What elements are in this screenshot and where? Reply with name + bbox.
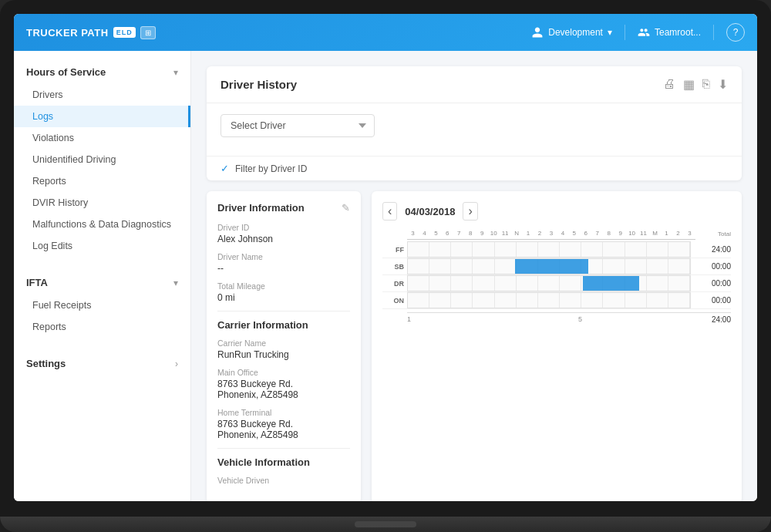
sidebar-section-title-ifta: IFTA [26,277,48,288]
sidebar-section-hours: Hours of Service ▾ Drivers Logs Violatio… [14,51,190,261]
edit-pencil-icon[interactable]: ✎ [342,202,350,214]
sidebar-item-fuel[interactable]: Fuel Receipts [14,295,190,316]
hos-sb-total: 00:00 [691,262,731,271]
user-chevron: ▾ [608,27,612,38]
hos-dr-timeline [407,275,691,291]
select-driver-dropdown[interactable]: Select Driver [221,114,375,137]
time-3: 3 [407,230,419,237]
driver-info-section-title: Driver Information [217,202,305,214]
sidebar: Hours of Service ▾ Drivers Logs Violatio… [14,51,191,501]
driver-history-header: Driver History 🖨 ▦ ⎘ ⬇ [207,66,742,103]
nav-divider-2 [713,25,714,40]
team-menu[interactable]: Teamroot... [638,26,701,39]
sidebar-section-title-hours: Hours of Service [26,66,106,78]
total-mileage-value: 0 mi [217,292,350,303]
sidebar-item-malfunctions[interactable]: Malfunctions & Data Diagnostics [14,214,190,235]
carrier-name-value: RunRun Trucking [217,349,350,360]
carrier-name-label: Carrier Name [217,338,350,348]
chart-date: 04/03/2018 [405,206,455,217]
driver-info-card: Driver Information ✎ Driver ID Alex John… [207,191,361,501]
brand-logo: TRUCKER PATH ELD ⊞ [26,26,156,39]
home-terminal-label: Home Terminal [217,408,350,417]
hours-chevron-icon: ▾ [173,67,178,78]
sidebar-section-ifta: IFTA ▾ Fuel Receipts Reports [14,261,190,342]
top-nav: TRUCKER PATH ELD ⊞ Development ▾ Teamroo… [14,14,757,51]
section-divider-1 [217,311,350,311]
brand-name: TRUCKER PATH [26,27,109,39]
hos-ff-total: 24:00 [691,245,731,254]
bottom-label-5: 5 [465,315,695,324]
grid-icon[interactable]: ▦ [683,77,695,92]
main-office-value: 8763 Buckeye Rd.Phonenix, AZ85498 [217,379,350,400]
select-driver-row: Select Driver [221,114,728,137]
hos-time-header: 3 4 5 6 7 8 9 10 11 N [407,230,695,240]
chart-next-button[interactable]: › [463,202,477,221]
eld-icon: ⊞ [140,26,156,39]
sidebar-item-drivers[interactable]: Drivers [14,84,190,106]
sidebar-item-dvir[interactable]: DVIR History [14,192,190,214]
driver-select-body: Select Driver [207,103,742,156]
driver-history-title: Driver History [221,78,297,91]
help-button[interactable]: ? [726,23,745,42]
download-icon[interactable]: ⬇ [718,77,728,92]
chart-prev-button[interactable]: ‹ [382,202,397,221]
sidebar-item-logedits[interactable]: Log Edits [14,235,190,257]
driver-name-label: Driver Name [217,252,350,261]
hos-on-timeline [407,292,691,308]
sidebar-section-header-ifta[interactable]: IFTA ▾ [14,271,190,295]
sidebar-item-reports[interactable]: Reports [14,170,190,192]
driver-name-value: -- [217,263,350,274]
sidebar-item-violations[interactable]: Violations [14,127,190,149]
sidebar-section-header-settings[interactable]: Settings › [14,352,190,375]
main-office-field: Main Office 8763 Buckeye Rd.Phonenix, AZ… [217,368,350,400]
driver-info-title: Driver Information ✎ [217,202,350,214]
team-name: Teamroot... [655,27,701,38]
sidebar-item-logs[interactable]: Logs [14,106,190,127]
hos-row-on: ON [382,292,731,309]
sidebar-section-settings: Settings › [14,342,190,380]
driver-id-value: Alex Johnson [217,234,350,244]
sidebar-section-title-settings: Settings [26,358,66,369]
hos-on-total: 00:00 [691,296,731,305]
filter-row[interactable]: ✓ Filter by Driver ID [207,156,742,180]
help-icon: ? [733,27,739,38]
driver-history-card: Driver History 🖨 ▦ ⎘ ⬇ Select Driver [207,66,742,180]
nav-divider [625,25,625,40]
chart-card: ‹ 04/03/2018 › 3 4 [372,191,742,501]
filter-label: Filter by Driver ID [235,163,307,174]
driver-id-label: Driver ID [217,223,350,232]
hos-row-dr: DR [382,275,731,292]
nav-right: Development ▾ Teamroot... ? [531,23,745,42]
hos-bottom-labels: 1 5 [407,312,695,324]
sidebar-section-header-hours[interactable]: Hours of Service ▾ [14,60,190,84]
carrier-info-title: Carrier Information [217,319,350,331]
hos-dr-total: 00:00 [691,279,731,288]
hos-bottom-row: 1 5 24:00 [382,312,731,324]
user-menu[interactable]: Development ▾ [531,26,612,39]
home-terminal-value: 8763 Buckeye Rd.Phonenix, AZ85498 [217,419,350,440]
home-terminal-field: Home Terminal 8763 Buckeye Rd.Phonenix, … [217,408,350,440]
total-header: Total [695,231,731,240]
hos-sb-timeline [407,258,691,274]
copy-icon[interactable]: ⎘ [702,77,710,92]
ifta-chevron-icon: ▾ [173,278,178,288]
print-icon[interactable]: 🖨 [663,77,675,92]
hos-row-ff: FF [382,241,731,258]
hos-grand-total: 24:00 [695,312,731,324]
hos-row-sb: SB [382,258,731,275]
bottom-label-1: 1 [407,315,465,324]
vehicle-driven-field: Vehicle Driven [217,476,350,485]
card-actions: 🖨 ▦ ⎘ ⬇ [663,77,728,92]
driver-id-field: Driver ID Alex Johnson [217,223,350,244]
driver-name-field: Driver Name -- [217,252,350,274]
vehicle-info-title: Vehicle Information [217,456,350,468]
sidebar-item-ifta-reports[interactable]: Reports [14,316,190,338]
sb-activity-bar [515,259,588,274]
sidebar-item-unidentified[interactable]: Unidentified Driving [14,149,190,170]
hos-chart: 3 4 5 6 7 8 9 10 11 N [382,230,731,324]
main-office-label: Main Office [217,368,350,377]
info-chart-row: Driver Information ✎ Driver ID Alex John… [207,191,742,501]
content-area: Driver History 🖨 ▦ ⎘ ⬇ Select Driver [191,51,757,501]
total-mileage-field: Total Mileage 0 mi [217,281,350,303]
vehicle-driven-label: Vehicle Driven [217,476,350,485]
